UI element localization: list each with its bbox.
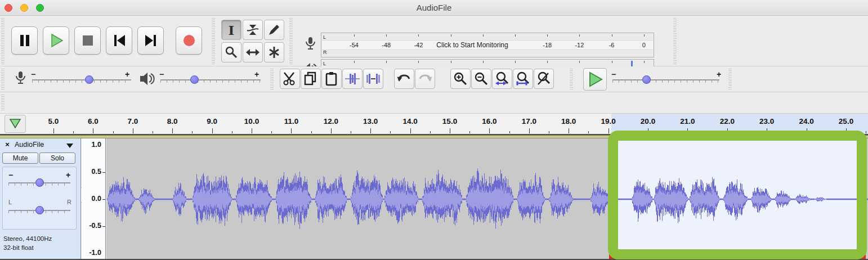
time-shift-tool-button[interactable] [243,42,263,62]
pan-right-label: R [67,199,71,205]
paste-button[interactable] [321,69,342,89]
timeline-minor-tick [73,131,74,133]
pause-button[interactable] [11,26,38,55]
timeline-minor-tick [311,131,312,133]
gain-max-label: + [66,171,70,179]
undo-button[interactable] [394,69,414,89]
redo-button[interactable] [415,69,435,89]
track-bitdepth-info: 32-bit float [3,244,34,251]
toolbar-grip[interactable] [289,18,293,64]
draw-tool-button[interactable] [264,20,284,40]
zoom-out-button[interactable] [471,69,491,89]
play-at-speed-button[interactable] [583,68,607,91]
cut-button[interactable] [280,69,300,89]
timeline-label: 23.0 [759,117,774,125]
toolbar-grip[interactable] [1,18,5,64]
meter-tick [579,34,580,37]
vertical-scale-label: 1.0 [92,141,101,149]
output-volume-min-label: − [159,70,164,78]
envelope-tool-button[interactable] [243,20,263,40]
zoom-toggle-button[interactable] [534,69,554,89]
timeline-label: 8.0 [167,117,178,125]
skip-to-start-button[interactable] [106,26,132,55]
timeline-major-tick [569,128,569,133]
draw-tool-icon [267,23,281,37]
solo-button[interactable]: Solo [39,153,75,164]
play-button[interactable] [43,26,69,55]
timeline-label: 12.0 [324,117,338,125]
mute-button[interactable]: Mute [2,153,38,164]
timeline-major-tick [93,128,93,133]
meter-scale-number: 0 [642,42,646,48]
title-bar: AudioFile [0,0,868,16]
meter-tick [612,61,612,63]
vertical-scale-ruler[interactable]: 1.00.50.0-0.5-1.0 [82,138,106,260]
track-format-info: Stereo, 44100Hz [3,235,52,242]
selection-tool-button[interactable]: I [221,20,241,40]
trim-audio-button[interactable] [342,69,363,89]
track-slider-panel: − + L R [2,167,77,230]
meter-tick [547,61,548,63]
timeline-label: 14.0 [402,117,417,125]
skip-to-end-button[interactable] [137,26,164,55]
zoom-tool-button[interactable] [221,42,241,62]
recording-meter-mic-icon[interactable] [303,37,317,52]
timeline-label: 21.0 [680,117,695,125]
skip-to-end-icon [144,33,158,48]
meter-scale-number: -6 [609,42,615,48]
skip-to-start-icon [112,33,127,48]
timeline-label: 5.0 [48,117,59,125]
cut-icon [283,71,297,86]
timeline-label: 13.0 [363,117,378,125]
timeline-label: 18.0 [561,117,576,125]
output-volume-max-label: + [254,70,259,78]
meter-tick [354,61,355,63]
copy-button[interactable] [301,69,321,89]
input-volume-slider-thumb[interactable] [85,75,93,84]
output-volume-slider-thumb[interactable] [190,75,199,84]
fit-project-button[interactable] [513,69,533,89]
timeline-label: 20.0 [641,117,655,125]
paste-icon [324,71,339,86]
track-menu-caret-icon[interactable] [66,144,73,148]
toolbar-grip[interactable] [1,95,5,111]
recording-meter[interactable]: L R -54-48-42-18-12-60 Click to Start Mo… [321,33,654,57]
toolbar-grip[interactable] [1,69,5,90]
toolbar-grip[interactable] [270,69,274,90]
input-volume-max-label: + [125,70,129,78]
meter-scale-number: -12 [575,42,584,48]
audacity-window: AudioFile I [0,0,868,260]
window-title: AudioFile [0,3,868,12]
output-volume-speaker-icon [139,71,155,86]
timeline-major-tick [489,128,490,133]
playback-speed-slider-thumb[interactable] [642,75,651,84]
record-button[interactable] [176,26,202,55]
pan-slider-thumb[interactable] [35,206,44,214]
monitor-prompt[interactable]: Click to Start Monitoring [434,41,510,49]
zoom-in-icon [453,71,468,86]
timeline-label: 9.0 [207,117,217,125]
timeline-label: 24.0 [799,117,813,125]
vertical-scale-tick [102,199,105,200]
silence-audio-icon [365,71,381,86]
track-name[interactable]: AudioFile [15,141,44,149]
silence-audio-button[interactable] [363,69,383,89]
toolbar-grip[interactable] [212,18,215,64]
fit-selection-button[interactable] [492,69,512,89]
stop-button[interactable] [74,26,101,55]
second-toolbar-row: − + − + [0,66,868,92]
multi-tool-button[interactable] [264,42,284,62]
meter-tick [483,61,484,63]
zoom-in-button[interactable] [450,69,471,89]
meter-tick [418,34,419,37]
meter-tick [612,34,612,37]
fit-selection-icon [495,71,509,86]
toolbar-grip[interactable] [673,18,677,64]
toolbar-grip[interactable] [570,69,573,90]
toolbar-grip[interactable] [728,69,732,90]
timeline-label: 25.0 [839,117,853,125]
close-track-button[interactable]: × [3,140,12,149]
input-volume-min-label: − [31,70,35,78]
meter-tick [579,61,580,63]
gain-slider-thumb[interactable] [35,178,44,187]
